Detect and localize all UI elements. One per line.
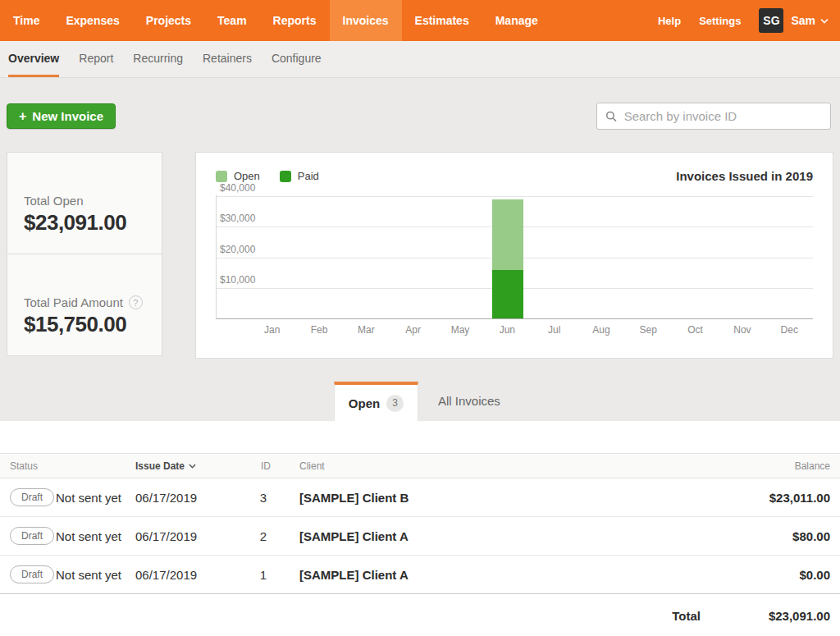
plus-icon: + bbox=[19, 109, 26, 124]
y-axis-tick-label: $10,000 bbox=[220, 274, 255, 286]
help-tooltip-icon[interactable]: ? bbox=[129, 295, 143, 309]
y-axis-tick-label: $40,000 bbox=[220, 182, 255, 194]
chart-month-axis: JanFebMarAprMayJunJulAugSepOctNovDec bbox=[249, 319, 813, 341]
nav-item-manage[interactable]: Manage bbox=[482, 0, 551, 41]
issue-date-cell: 06/17/2019 bbox=[135, 529, 197, 543]
column-header-id[interactable]: ID bbox=[261, 460, 271, 472]
table-total-row: Total $23,091.00 bbox=[0, 594, 840, 636]
invoices-overview-page: Time Expenses Projects Team Reports Invo… bbox=[0, 0, 840, 636]
x-axis-month-label: Sep bbox=[625, 324, 672, 336]
invoice-id-cell: 2 bbox=[256, 529, 271, 543]
chart-header: Open Paid Invoices Issued in 2019 bbox=[216, 169, 813, 183]
bar-segment-open bbox=[492, 199, 523, 270]
avatar[interactable]: SG bbox=[759, 8, 783, 33]
chart-title: Invoices Issued in 2019 bbox=[676, 169, 813, 183]
subnav-item-recurring[interactable]: Recurring bbox=[133, 41, 183, 77]
legend-open-label: Open bbox=[234, 170, 260, 182]
user-menu[interactable]: Sam bbox=[791, 14, 829, 27]
total-paid-value: $15,750.00 bbox=[24, 312, 162, 337]
nav-item-reports[interactable]: Reports bbox=[260, 0, 330, 41]
chart-legend: Open Paid bbox=[216, 170, 339, 182]
client-link[interactable]: [SAMPLE] Client B bbox=[299, 491, 409, 505]
column-header-balance[interactable]: Balance bbox=[795, 460, 830, 472]
x-axis-month-label: Dec bbox=[766, 324, 813, 336]
top-navigation: Time Expenses Projects Team Reports Invo… bbox=[0, 0, 840, 41]
total-open-value: $23,091.00 bbox=[24, 210, 162, 236]
nav-item-expenses[interactable]: Expenses bbox=[52, 0, 132, 41]
invoice-id-cell: 1 bbox=[256, 568, 271, 582]
invoice-row[interactable]: Draft Not sent yet 06/17/2019 2 [SAMPLE]… bbox=[0, 517, 840, 556]
open-swatch-icon bbox=[216, 171, 227, 182]
x-axis-month-label: Jul bbox=[531, 324, 578, 336]
search-icon bbox=[605, 110, 618, 123]
nav-item-estimates[interactable]: Estimates bbox=[402, 0, 482, 41]
x-axis-month-label: Aug bbox=[578, 324, 624, 336]
invoices-subnav: Overview Report Recurring Retainers Conf… bbox=[0, 41, 840, 78]
x-axis-month-label: May bbox=[436, 324, 483, 336]
legend-paid-label: Paid bbox=[298, 170, 319, 182]
y-axis-tick-label: $30,000 bbox=[220, 213, 255, 224]
status-note: Not sent yet bbox=[56, 568, 121, 582]
subnav-item-report[interactable]: Report bbox=[79, 41, 113, 77]
invoice-row[interactable]: Draft Not sent yet 06/17/2019 1 [SAMPLE]… bbox=[0, 556, 840, 594]
settings-link[interactable]: Settings bbox=[699, 15, 741, 27]
tab-open[interactable]: Open 3 bbox=[334, 382, 418, 421]
nav-item-time[interactable]: Time bbox=[0, 0, 52, 41]
x-axis-month-label: Jan bbox=[249, 324, 295, 336]
stacked-bar[interactable] bbox=[492, 199, 523, 318]
status-note: Not sent yet bbox=[56, 491, 121, 505]
nav-item-team[interactable]: Team bbox=[204, 0, 260, 41]
balance-cell: $0.00 bbox=[799, 568, 830, 582]
subnav-item-retainers[interactable]: Retainers bbox=[203, 41, 252, 77]
help-link[interactable]: Help bbox=[658, 15, 681, 27]
total-paid-card: Total Paid Amount ? $15,750.00 bbox=[7, 254, 162, 356]
nav-item-invoices[interactable]: Invoices bbox=[330, 0, 402, 41]
x-axis-month-label: Oct bbox=[672, 324, 719, 336]
total-open-label: Total Open bbox=[24, 194, 84, 208]
status-badge: Draft bbox=[10, 565, 54, 583]
column-header-issue-date[interactable]: Issue Date bbox=[135, 460, 196, 472]
open-invoices-table: Status Issue Date ID Client Balance Draf… bbox=[0, 453, 840, 636]
column-header-client[interactable]: Client bbox=[299, 460, 325, 472]
chart-plot-area: $10,000$20,000$30,000$40,000 bbox=[216, 194, 813, 319]
x-axis-month-label: Apr bbox=[390, 324, 436, 336]
nav-item-projects[interactable]: Projects bbox=[133, 0, 204, 41]
total-paid-label: Total Paid Amount bbox=[24, 295, 123, 309]
open-count-badge: 3 bbox=[386, 395, 404, 412]
total-open-card: Total Open $23,091.00 bbox=[7, 152, 162, 254]
new-invoice-label: New Invoice bbox=[32, 109, 103, 123]
invoice-search-box bbox=[596, 103, 831, 130]
user-name: Sam bbox=[791, 14, 815, 27]
search-input[interactable] bbox=[624, 109, 822, 123]
new-invoice-button[interactable]: + New Invoice bbox=[7, 103, 116, 129]
overview-content: + New Invoice Total Open $23,091.00 Tota… bbox=[0, 78, 840, 421]
paid-swatch-icon bbox=[280, 171, 291, 182]
x-axis-month-label: Mar bbox=[343, 324, 390, 336]
total-label: Total bbox=[672, 608, 701, 622]
client-link[interactable]: [SAMPLE] Client A bbox=[299, 529, 409, 543]
x-axis-month-label: Feb bbox=[295, 324, 342, 336]
balance-cell: $80.00 bbox=[792, 529, 830, 543]
issue-date-cell: 06/17/2019 bbox=[135, 568, 197, 582]
sort-descending-icon bbox=[189, 464, 196, 469]
x-axis-month-label: Nov bbox=[719, 324, 765, 336]
subnav-item-configure[interactable]: Configure bbox=[272, 41, 322, 77]
total-value: $23,091.00 bbox=[769, 608, 830, 622]
invoice-id-cell: 3 bbox=[256, 491, 271, 505]
table-header-row: Status Issue Date ID Client Balance bbox=[0, 453, 840, 478]
topnav-right-group: Help Settings SG Sam bbox=[658, 0, 840, 41]
invoice-row[interactable]: Draft Not sent yet 06/17/2019 3 [SAMPLE]… bbox=[0, 478, 840, 517]
subnav-item-overview[interactable]: Overview bbox=[8, 41, 59, 77]
column-header-status[interactable]: Status bbox=[10, 460, 38, 472]
status-note: Not sent yet bbox=[56, 529, 121, 543]
status-badge: Draft bbox=[10, 488, 54, 506]
x-axis-month-label: Jun bbox=[484, 324, 531, 336]
issue-date-header-label: Issue Date bbox=[135, 460, 185, 472]
invoices-chart-card: Open Paid Invoices Issued in 2019 $10,00… bbox=[195, 152, 833, 359]
legend-entry-paid: Paid bbox=[280, 170, 319, 182]
client-link[interactable]: [SAMPLE] Client A bbox=[299, 568, 409, 582]
gridline bbox=[217, 196, 813, 197]
status-badge: Draft bbox=[10, 527, 54, 545]
balance-cell: $23,011.00 bbox=[769, 491, 830, 505]
tab-all-invoices[interactable]: All Invoices bbox=[430, 382, 509, 421]
